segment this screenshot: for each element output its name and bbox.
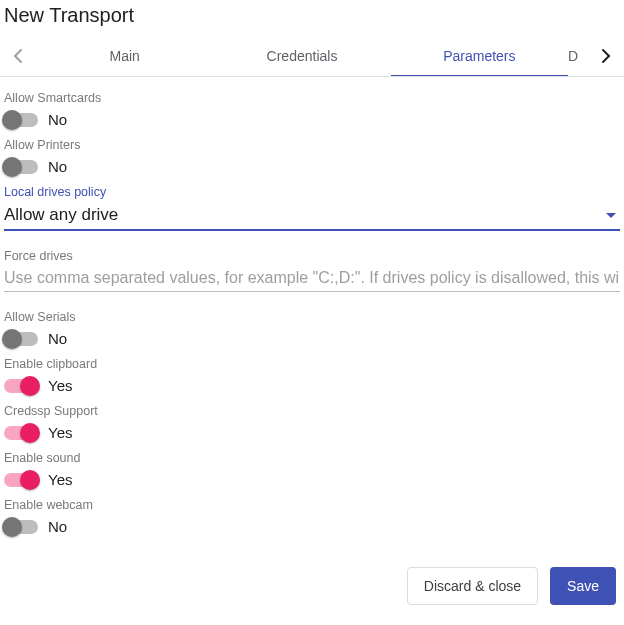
chevron-left-icon	[13, 48, 23, 64]
tab-parameters[interactable]: Parameters	[391, 35, 568, 76]
select-local-drives-policy[interactable]: Allow any drive	[4, 201, 620, 231]
tab-main[interactable]: Main	[36, 35, 213, 76]
toggle-enable-webcam[interactable]	[4, 520, 38, 534]
toggle-knob	[20, 423, 40, 443]
tabs-row: Main Credentials Parameters D	[0, 35, 624, 77]
tab-credentials[interactable]: Credentials	[213, 35, 390, 76]
dialog-title: New Transport	[0, 0, 624, 35]
tabs-next-button[interactable]	[588, 35, 624, 76]
field-force-drives: Force drives	[4, 249, 620, 292]
field-label: Allow Serials	[4, 310, 620, 324]
tabs-prev-button[interactable]	[0, 35, 36, 76]
toggle-value: No	[48, 518, 67, 535]
toggle-value: Yes	[48, 377, 72, 394]
toggle-allow-smartcards[interactable]	[4, 113, 38, 127]
toggle-allow-printers[interactable]	[4, 160, 38, 174]
select-value: Allow any drive	[4, 205, 118, 225]
field-enable-webcam: Enable webcam No	[4, 498, 620, 535]
toggle-value: No	[48, 158, 67, 175]
field-local-drives-policy: Local drives policy Allow any drive	[4, 185, 620, 231]
toggle-knob	[2, 517, 22, 537]
field-enable-clipboard: Enable clipboard Yes	[4, 357, 620, 394]
toggle-knob	[2, 157, 22, 177]
tab-overflow[interactable]: D	[568, 35, 588, 76]
toggle-value: No	[48, 111, 67, 128]
field-allow-printers: Allow Printers No	[4, 138, 620, 175]
discard-button[interactable]: Discard & close	[407, 567, 538, 605]
field-label: Force drives	[4, 249, 620, 263]
toggle-knob	[20, 470, 40, 490]
input-force-drives[interactable]	[4, 265, 620, 292]
field-label: Credssp Support	[4, 404, 620, 418]
toggle-value: Yes	[48, 471, 72, 488]
dialog-actions: Discard & close Save	[0, 545, 624, 615]
save-button[interactable]: Save	[550, 567, 616, 605]
toggle-allow-serials[interactable]	[4, 332, 38, 346]
chevron-right-icon	[601, 48, 611, 64]
toggle-knob	[2, 329, 22, 349]
field-label: Enable webcam	[4, 498, 620, 512]
toggle-value: No	[48, 330, 67, 347]
field-enable-sound: Enable sound Yes	[4, 451, 620, 488]
tabs-scroll: Main Credentials Parameters D	[36, 35, 588, 76]
toggle-enable-sound[interactable]	[4, 473, 38, 487]
toggle-credssp-support[interactable]	[4, 426, 38, 440]
field-label: Allow Smartcards	[4, 91, 620, 105]
toggle-value: Yes	[48, 424, 72, 441]
field-label: Local drives policy	[4, 185, 620, 199]
field-label: Enable sound	[4, 451, 620, 465]
field-credssp-support: Credssp Support Yes	[4, 404, 620, 441]
toggle-knob	[2, 110, 22, 130]
toggle-knob	[20, 376, 40, 396]
field-allow-serials: Allow Serials No	[4, 310, 620, 347]
field-allow-smartcards: Allow Smartcards No	[4, 91, 620, 128]
toggle-enable-clipboard[interactable]	[4, 379, 38, 393]
field-label: Enable clipboard	[4, 357, 620, 371]
field-label: Allow Printers	[4, 138, 620, 152]
tab-content-parameters: Allow Smartcards No Allow Printers No Lo…	[0, 77, 624, 535]
caret-down-icon	[606, 213, 616, 218]
